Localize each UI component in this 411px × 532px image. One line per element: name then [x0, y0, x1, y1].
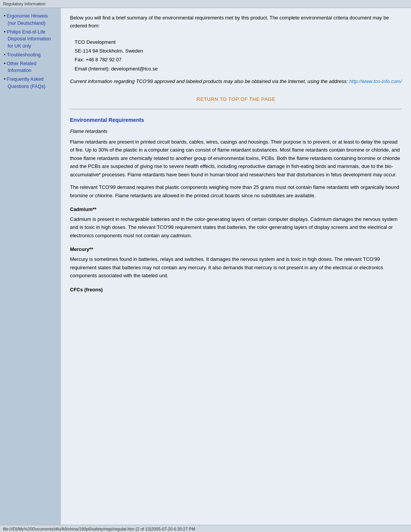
sidebar-item-3[interactable]: Troubleshooting: [4, 51, 57, 59]
tco-italic-note: Current information regarding TCO'99 app…: [70, 78, 402, 86]
mercury-title: Mercury**: [70, 246, 402, 252]
sidebar-nav: Ergonomie Hinweis (nur Deutschland) Phil…: [4, 13, 57, 90]
main-layout: Ergonomie Hinweis (nur Deutschland) Phil…: [0, 8, 411, 525]
section-divider: [70, 109, 402, 109]
bottom-bar-text: file:///D|/My%20Documents/dfu/A9/china/1…: [3, 527, 195, 531]
flame-paragraph-1: Flame retardants are present in printed …: [70, 138, 402, 179]
flame-subtitle: Flame retardants: [70, 128, 402, 134]
env-section-title: Environmental Requirements: [70, 117, 402, 123]
address-line2: SE-114 94 Stockholm, Sweden: [75, 46, 397, 55]
return-link-container[interactable]: RETURN TO TOP OF THE PAGE: [70, 96, 402, 102]
environmental-section: Environmental Requirements Flame retarda…: [70, 117, 402, 292]
sidebar-link-2[interactable]: Philips End-of-Life Disposal Information…: [7, 29, 51, 49]
flame-paragraph-2: The relevant TCO'99 demand requires that…: [70, 183, 402, 200]
sidebar-item-4[interactable]: Other Related Information: [4, 60, 57, 75]
sidebar: Ergonomie Hinweis (nur Deutschland) Phil…: [0, 8, 61, 525]
sidebar-link-5[interactable]: Frequently Asked Questions (FAQs): [7, 77, 45, 89]
main-content: Below you will find a brief summary of t…: [61, 8, 411, 525]
sidebar-link-4[interactable]: Other Related Information: [7, 61, 37, 73]
sidebar-link-3[interactable]: Troubleshooting: [7, 52, 41, 58]
cadmium-title: Cadmium**: [70, 206, 402, 212]
return-to-top-link[interactable]: RETURN TO TOP OF THE PAGE: [196, 96, 275, 102]
cfc-title: CFCs (freons): [70, 287, 402, 292]
italic-note-text: Current information regarding TCO'99 app…: [70, 78, 349, 84]
tco-link[interactable]: http://www.tco-info.com/: [349, 78, 402, 84]
tco-address-block: TCO Development SE-114 94 Stockholm, Swe…: [70, 36, 402, 75]
cadmium-paragraph: Cadmium is present in rechargeable batte…: [70, 215, 402, 240]
sidebar-item-2[interactable]: Philips End-of-Life Disposal Information…: [4, 29, 57, 50]
address-line4: Email (Internet): development@tco.se: [75, 64, 397, 73]
intro-paragraph: Below you will find a brief summary of t…: [70, 14, 402, 30]
address-line3: Fax: +46 8 782 92 07: [75, 55, 397, 64]
sidebar-link-1[interactable]: Ergonomie Hinweis (nur Deutschland): [7, 13, 48, 26]
sidebar-item-5[interactable]: Frequently Asked Questions (FAQs): [4, 76, 57, 90]
page-title: Regulatory Information: [3, 2, 45, 6]
sidebar-item-1[interactable]: Ergonomie Hinweis (nur Deutschland): [4, 13, 57, 27]
bottom-bar: file:///D|/My%20Documents/dfu/A9/china/1…: [0, 525, 411, 532]
mercury-paragraph: Mercury is sometimes found in batteries,…: [70, 255, 402, 280]
top-bar: Regulatory Information: [0, 0, 411, 8]
address-line1: TCO Development: [75, 38, 397, 46]
